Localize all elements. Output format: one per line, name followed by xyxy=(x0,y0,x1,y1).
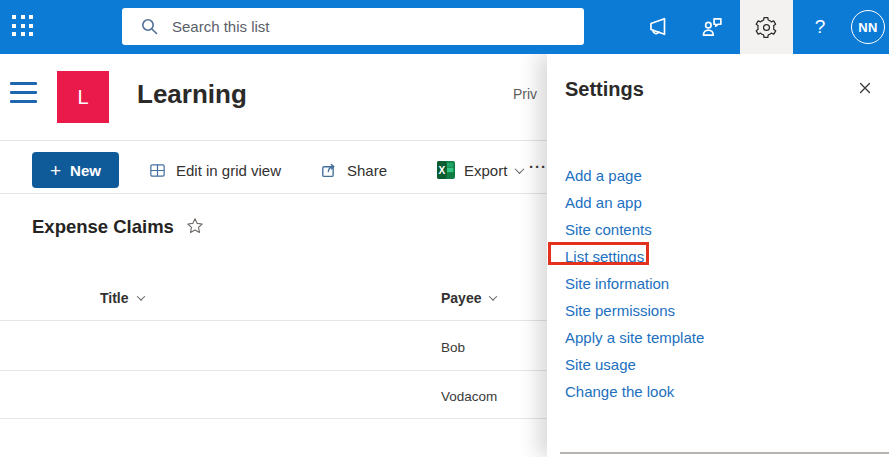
megaphone-icon xyxy=(645,14,671,40)
site-privacy-label: Priv xyxy=(513,86,537,102)
search-input[interactable] xyxy=(172,18,584,35)
settings-links-list: Add a page Add an app Site contents List… xyxy=(565,162,704,405)
settings-link-list-settings[interactable]: List settings xyxy=(565,248,644,265)
panel-divider xyxy=(560,452,889,454)
settings-link-add-a-page[interactable]: Add a page xyxy=(565,167,642,184)
search-icon xyxy=(140,17,159,36)
share-label: Share xyxy=(347,162,387,179)
settings-gear-button[interactable] xyxy=(740,0,793,54)
row2-payee-cell[interactable]: Vodacom xyxy=(441,389,497,404)
column-header-payee-label: Payee xyxy=(441,290,481,306)
edit-grid-view-button[interactable]: Edit in grid view xyxy=(148,156,281,184)
chevron-down-icon xyxy=(489,292,497,300)
row1-payee-cell[interactable]: Bob xyxy=(441,340,465,355)
settings-panel: Settings Add a page Add an app Site cont… xyxy=(547,54,889,457)
grid-icon xyxy=(148,161,167,180)
avatar[interactable]: NN xyxy=(851,10,885,44)
settings-link-site-usage[interactable]: Site usage xyxy=(565,356,636,373)
help-label: ? xyxy=(815,16,826,38)
export-button[interactable]: X Export xyxy=(437,156,523,184)
avatar-initials: NN xyxy=(858,20,877,35)
help-button[interactable]: ? xyxy=(803,10,837,44)
site-logo-letter: L xyxy=(77,86,88,109)
gear-icon xyxy=(755,16,778,39)
feedback-icon xyxy=(699,14,725,40)
chevron-down-icon xyxy=(515,164,525,174)
chevron-down-icon xyxy=(136,292,144,300)
share-icon xyxy=(319,161,338,180)
site-logo[interactable]: L xyxy=(57,71,109,123)
settings-link-apply-site-template[interactable]: Apply a site template xyxy=(565,329,704,346)
export-label: Export xyxy=(464,162,507,179)
column-header-title[interactable]: Title xyxy=(100,290,144,306)
settings-link-add-an-app[interactable]: Add an app xyxy=(565,194,642,211)
suite-bar: ? NN xyxy=(0,0,889,54)
close-button[interactable] xyxy=(854,77,876,99)
edit-grid-view-label: Edit in grid view xyxy=(176,162,281,179)
new-button[interactable]: + New xyxy=(32,152,119,188)
column-header-title-label: Title xyxy=(100,290,129,306)
hamburger-menu-icon[interactable] xyxy=(10,82,37,103)
new-button-label: New xyxy=(70,162,101,179)
share-button[interactable]: Share xyxy=(319,156,387,184)
settings-link-site-contents[interactable]: Site contents xyxy=(565,221,652,238)
settings-link-site-information[interactable]: Site information xyxy=(565,275,669,292)
column-header-payee[interactable]: Payee xyxy=(441,290,496,306)
settings-panel-title: Settings xyxy=(565,78,644,101)
feedback-button[interactable] xyxy=(695,10,729,44)
plus-icon: + xyxy=(50,161,61,180)
search-box[interactable] xyxy=(122,8,584,45)
announcements-button[interactable] xyxy=(641,10,675,44)
favorite-star-icon[interactable] xyxy=(186,217,204,235)
list-title: Expense Claims xyxy=(32,216,174,238)
settings-link-site-permissions[interactable]: Site permissions xyxy=(565,302,675,319)
overflow-menu-button[interactable]: ··· xyxy=(529,158,547,175)
excel-icon: X xyxy=(437,161,455,179)
svg-text:X: X xyxy=(438,165,445,176)
site-title[interactable]: Learning xyxy=(137,79,247,110)
settings-link-change-the-look[interactable]: Change the look xyxy=(565,383,674,400)
sharepoint-list-page: ? NN L Learning Priv + New Edit in grid … xyxy=(0,0,889,457)
app-launcher-icon[interactable] xyxy=(12,15,36,39)
close-icon xyxy=(857,80,873,96)
